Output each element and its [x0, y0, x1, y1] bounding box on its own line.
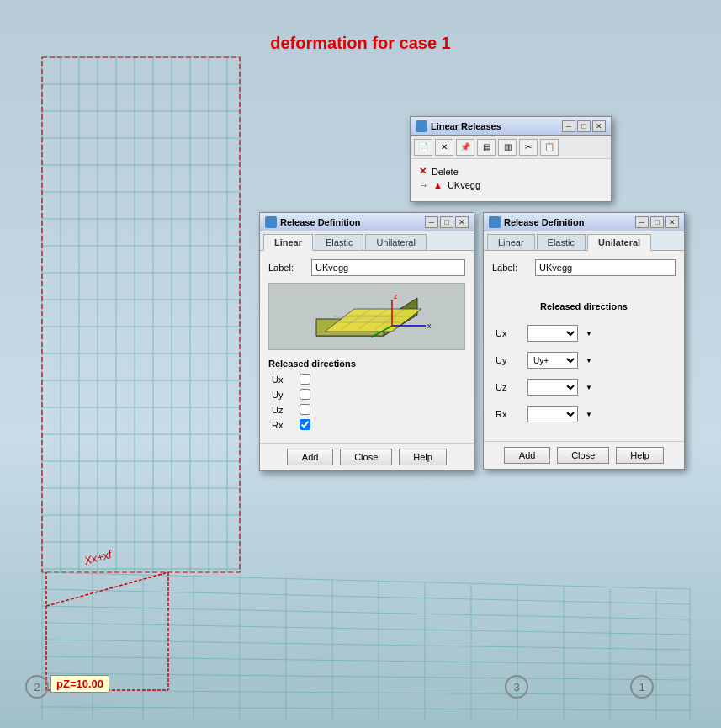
- lr-close-button[interactable]: ✕: [592, 120, 606, 132]
- rd2-help-button[interactable]: Help: [616, 447, 664, 464]
- svg-line-37: [42, 640, 690, 650]
- linear-releases-titlebar[interactable]: Linear Releases ─ □ ✕: [411, 117, 611, 136]
- rd1-uz-checkbox[interactable]: [300, 404, 310, 415]
- rd2-rx-label: Rx: [496, 409, 521, 419]
- rd1-titlebar[interactable]: Release Definition ─ □ ✕: [260, 213, 474, 231]
- release-def-1-dialog: Release Definition ─ □ ✕ Linear Elastic …: [259, 212, 474, 471]
- svg-text:z: z: [394, 292, 398, 300]
- rd2-icon: [489, 216, 501, 228]
- rd2-uy-dropdown-icon: ▼: [586, 357, 592, 364]
- rd1-help-button[interactable]: Help: [399, 449, 447, 465]
- rd2-titlebar[interactable]: Release Definition ─ □ ✕: [484, 213, 684, 231]
- circle-num-1: 1: [630, 675, 654, 699]
- linear-releases-dialog: Linear Releases ─ □ ✕ 📄 ✕ 📌 ▤ ▥ ✂ 📋 ✕ De…: [410, 116, 612, 202]
- rd1-ux-checkbox[interactable]: [300, 374, 310, 385]
- rd2-uy-select[interactable]: Uy+ Uy-: [527, 352, 578, 369]
- rd2-released-directions-title: Released directions: [492, 301, 676, 311]
- rd1-rx-row: Rx: [268, 419, 465, 430]
- rd1-label-row: Label:: [268, 259, 465, 276]
- rd2-rx-row: Rx Rx+ Rx- ▼: [492, 406, 676, 422]
- rd1-uy-checkbox[interactable]: [300, 389, 310, 400]
- rd1-uz-row: Uz: [268, 404, 465, 415]
- lr-item-delete[interactable]: ✕ Delete: [416, 164, 606, 178]
- rd2-label-row: Label:: [492, 259, 676, 276]
- rd1-tab-elastic[interactable]: Elastic: [315, 234, 363, 250]
- rd1-tab-linear[interactable]: Linear: [263, 234, 313, 251]
- rd2-tab-elastic[interactable]: Elastic: [537, 234, 586, 250]
- rd1-minimize-button[interactable]: ─: [425, 216, 438, 228]
- rd1-icon: [265, 216, 277, 228]
- rd1-footer: Add Close Help: [260, 443, 474, 470]
- lr-delete-button[interactable]: ✕: [435, 139, 453, 156]
- rd1-uz-label: Uz: [272, 405, 293, 415]
- rd2-ux-select[interactable]: Ux+ Ux-: [527, 325, 578, 342]
- rd2-tab-linear[interactable]: Linear: [487, 234, 535, 250]
- svg-line-57: [46, 572, 168, 606]
- rd2-minimize-button[interactable]: ─: [635, 216, 649, 228]
- lr-window-controls: ─ □ ✕: [562, 120, 606, 132]
- lr-item-ukvegg[interactable]: → ▲ UKvegg: [416, 178, 606, 192]
- rd1-released-directions-title: Released directions: [268, 359, 465, 369]
- lr-tile-h-button[interactable]: ▤: [477, 139, 496, 156]
- rd1-uy-row: Uy: [268, 389, 465, 400]
- svg-line-38: [42, 656, 690, 665]
- svg-line-35: [42, 606, 690, 619]
- rd2-add-button[interactable]: Add: [504, 447, 550, 464]
- lr-paste-button[interactable]: 📋: [540, 139, 559, 156]
- rd1-title: Release Definition: [280, 217, 360, 227]
- rd2-label-text: Label:: [492, 263, 530, 273]
- svg-text:x: x: [427, 321, 432, 330]
- circle-num-2: 2: [25, 675, 49, 699]
- rd1-close-button[interactable]: ✕: [455, 216, 469, 228]
- svg-line-40: [42, 690, 690, 695]
- rd2-uz-dropdown-icon: ▼: [586, 384, 592, 391]
- rd2-uz-row: Uz Uz+ Uz- ▼: [492, 379, 676, 396]
- rd2-rx-dropdown-icon: ▼: [586, 411, 592, 418]
- viewport-title: deformation for case 1: [270, 34, 451, 53]
- svg-marker-64: [325, 309, 421, 332]
- rd1-preview: x z: [268, 283, 465, 350]
- lr-delete-label: Delete: [432, 167, 459, 177]
- rd2-window-controls: ─ □ ✕: [635, 216, 679, 228]
- rd2-close-button[interactable]: ✕: [665, 216, 679, 228]
- rd2-uz-select[interactable]: Uz+ Uz-: [527, 379, 578, 396]
- rd1-maximize-button[interactable]: □: [440, 216, 453, 228]
- lr-title: Linear Releases: [431, 121, 501, 131]
- rd2-ux-row: Ux Ux+ Ux- ▼: [492, 325, 676, 342]
- lr-minimize-button[interactable]: ─: [562, 120, 575, 132]
- rd2-uz-label: Uz: [496, 382, 521, 392]
- rd2-footer: Add Close Help: [484, 441, 684, 469]
- rd2-maximize-button[interactable]: □: [650, 216, 664, 228]
- rd2-rx-select[interactable]: Rx+ Rx-: [527, 406, 578, 422]
- rd1-ux-row: Ux: [268, 374, 465, 385]
- rd1-uy-label: Uy: [272, 390, 293, 400]
- rd2-label-input[interactable]: [535, 259, 676, 276]
- rd1-ux-label: Ux: [272, 375, 293, 385]
- svg-rect-32: [42, 57, 240, 572]
- svg-line-34: [42, 589, 690, 604]
- lr-new-button[interactable]: 📄: [414, 139, 432, 156]
- rd2-tab-unilateral[interactable]: Unilateral: [587, 234, 651, 251]
- rd1-label-text: Label:: [268, 263, 306, 273]
- lr-pin-button[interactable]: 📌: [456, 139, 474, 156]
- lr-ukvegg-label: UKvegg: [448, 180, 480, 190]
- lr-arrow-icon: →: [419, 180, 428, 190]
- lr-triangle-icon: ▲: [433, 180, 443, 190]
- rd1-label-input[interactable]: [311, 259, 465, 276]
- rd1-add-button[interactable]: Add: [287, 449, 333, 465]
- pz-label: pZ=10.00: [50, 675, 109, 693]
- rd2-body: Label: Released directions Ux Ux+ Ux- ▼ …: [484, 251, 684, 441]
- rd1-tab-unilateral[interactable]: Unilateral: [365, 234, 426, 250]
- rd2-ux-dropdown-icon: ▼: [586, 330, 592, 337]
- svg-line-41: [42, 707, 690, 710]
- lr-maximize-button[interactable]: □: [577, 120, 591, 132]
- rd2-close-button[interactable]: Close: [557, 447, 609, 464]
- rd1-rx-checkbox[interactable]: [300, 419, 310, 430]
- lr-tile-v-button[interactable]: ▥: [498, 139, 517, 156]
- lr-content: ✕ Delete → ▲ UKvegg: [411, 159, 611, 201]
- rd1-close-button[interactable]: Close: [340, 449, 392, 465]
- svg-line-39: [42, 673, 690, 680]
- rd1-preview-svg: x z: [300, 285, 434, 348]
- rd1-tabs: Linear Elastic Unilateral: [260, 231, 474, 251]
- lr-cut-button[interactable]: ✂: [519, 139, 538, 156]
